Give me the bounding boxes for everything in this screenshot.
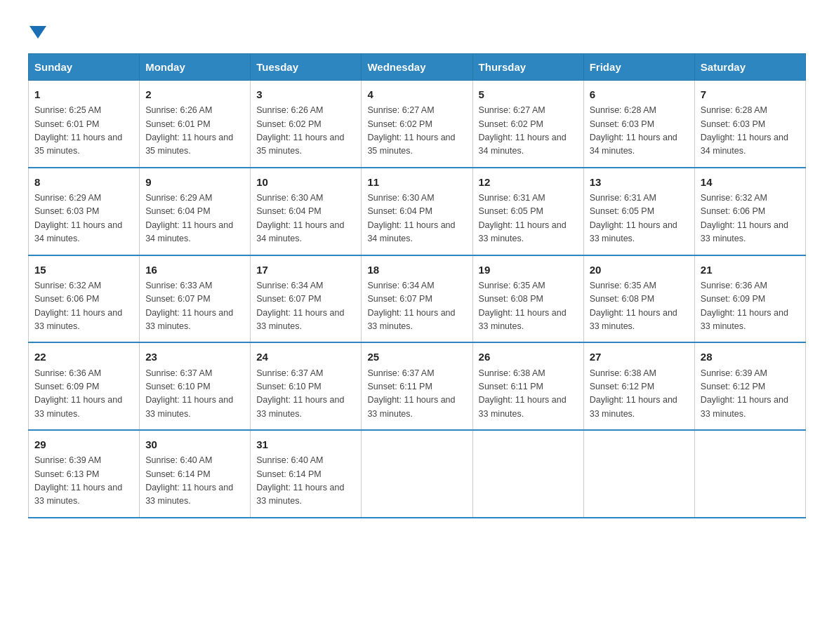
day-detail: Sunrise: 6:25 AMSunset: 6:01 PMDaylight:… [34, 105, 122, 156]
calendar-cell: 16Sunrise: 6:33 AMSunset: 6:07 PMDayligh… [140, 255, 251, 343]
day-number: 8 [34, 174, 133, 190]
day-detail: Sunrise: 6:28 AMSunset: 6:03 PMDaylight:… [701, 105, 788, 156]
calendar-cell: 30Sunrise: 6:40 AMSunset: 6:14 PMDayligh… [140, 430, 251, 518]
day-number: 12 [479, 174, 578, 190]
day-detail: Sunrise: 6:27 AMSunset: 6:02 PMDaylight:… [367, 105, 455, 156]
day-number: 21 [701, 262, 800, 278]
day-number: 3 [256, 86, 355, 102]
day-detail: Sunrise: 6:31 AMSunset: 6:05 PMDaylight:… [479, 193, 567, 243]
day-detail: Sunrise: 6:26 AMSunset: 6:02 PMDaylight:… [256, 105, 344, 156]
calendar-cell: 26Sunrise: 6:38 AMSunset: 6:11 PMDayligh… [472, 342, 583, 430]
day-detail: Sunrise: 6:36 AMSunset: 6:09 PMDaylight:… [34, 368, 122, 419]
day-detail: Sunrise: 6:38 AMSunset: 6:12 PMDaylight:… [590, 368, 677, 419]
calendar-week-row: 29Sunrise: 6:39 AMSunset: 6:13 PMDayligh… [29, 430, 806, 518]
day-detail: Sunrise: 6:39 AMSunset: 6:13 PMDaylight:… [34, 455, 122, 506]
header-friday: Friday [583, 54, 694, 81]
header-saturday: Saturday [694, 54, 805, 81]
day-number: 25 [367, 349, 466, 365]
page-header [28, 21, 806, 39]
calendar-cell [583, 430, 694, 518]
calendar-cell: 12Sunrise: 6:31 AMSunset: 6:05 PMDayligh… [472, 168, 583, 255]
calendar-cell: 19Sunrise: 6:35 AMSunset: 6:08 PMDayligh… [472, 255, 583, 343]
day-detail: Sunrise: 6:26 AMSunset: 6:01 PMDaylight:… [145, 105, 233, 156]
day-detail: Sunrise: 6:34 AMSunset: 6:07 PMDaylight:… [367, 281, 455, 331]
calendar-cell: 14Sunrise: 6:32 AMSunset: 6:06 PMDayligh… [694, 168, 805, 255]
calendar-cell: 25Sunrise: 6:37 AMSunset: 6:11 PMDayligh… [362, 342, 472, 430]
calendar-cell: 8Sunrise: 6:29 AMSunset: 6:03 PMDaylight… [29, 168, 140, 255]
calendar-cell: 15Sunrise: 6:32 AMSunset: 6:06 PMDayligh… [29, 255, 140, 343]
day-detail: Sunrise: 6:37 AMSunset: 6:10 PMDaylight:… [145, 368, 233, 419]
header-sunday: Sunday [29, 54, 140, 81]
calendar-table: SundayMondayTuesdayWednesdayThursdayFrid… [28, 53, 806, 518]
day-number: 28 [701, 349, 800, 365]
day-number: 16 [145, 262, 244, 278]
day-detail: Sunrise: 6:31 AMSunset: 6:05 PMDaylight:… [590, 193, 677, 243]
calendar-cell: 31Sunrise: 6:40 AMSunset: 6:14 PMDayligh… [251, 430, 362, 518]
day-number: 11 [367, 174, 466, 190]
day-detail: Sunrise: 6:32 AMSunset: 6:06 PMDaylight:… [34, 281, 122, 331]
day-detail: Sunrise: 6:39 AMSunset: 6:12 PMDaylight:… [701, 368, 788, 419]
day-number: 22 [34, 349, 133, 365]
calendar-week-row: 8Sunrise: 6:29 AMSunset: 6:03 PMDaylight… [29, 168, 806, 255]
logo-triangle-icon [29, 26, 46, 39]
calendar-cell: 18Sunrise: 6:34 AMSunset: 6:07 PMDayligh… [362, 255, 472, 343]
calendar-cell: 1Sunrise: 6:25 AMSunset: 6:01 PMDaylight… [29, 81, 140, 168]
day-detail: Sunrise: 6:32 AMSunset: 6:06 PMDaylight:… [701, 193, 788, 243]
day-detail: Sunrise: 6:40 AMSunset: 6:14 PMDaylight:… [145, 455, 233, 506]
calendar-cell: 17Sunrise: 6:34 AMSunset: 6:07 PMDayligh… [251, 255, 362, 343]
calendar-cell: 11Sunrise: 6:30 AMSunset: 6:04 PMDayligh… [362, 168, 472, 255]
day-number: 23 [145, 349, 244, 365]
day-number: 29 [34, 436, 133, 452]
day-detail: Sunrise: 6:29 AMSunset: 6:03 PMDaylight:… [34, 193, 122, 243]
calendar-cell: 9Sunrise: 6:29 AMSunset: 6:04 PMDaylight… [140, 168, 251, 255]
calendar-cell: 4Sunrise: 6:27 AMSunset: 6:02 PMDaylight… [362, 81, 472, 168]
day-number: 9 [145, 174, 244, 190]
day-number: 20 [590, 262, 689, 278]
day-number: 7 [701, 86, 800, 102]
day-number: 2 [145, 86, 244, 102]
calendar-cell: 3Sunrise: 6:26 AMSunset: 6:02 PMDaylight… [251, 81, 362, 168]
day-number: 13 [590, 174, 689, 190]
day-number: 19 [479, 262, 578, 278]
calendar-week-row: 22Sunrise: 6:36 AMSunset: 6:09 PMDayligh… [29, 342, 806, 430]
calendar-week-row: 1Sunrise: 6:25 AMSunset: 6:01 PMDaylight… [29, 81, 806, 168]
day-number: 4 [367, 86, 466, 102]
day-number: 31 [256, 436, 355, 452]
day-detail: Sunrise: 6:35 AMSunset: 6:08 PMDaylight:… [479, 281, 567, 331]
day-detail: Sunrise: 6:34 AMSunset: 6:07 PMDaylight:… [256, 281, 344, 331]
day-number: 30 [145, 436, 244, 452]
day-number: 17 [256, 262, 355, 278]
day-number: 15 [34, 262, 133, 278]
calendar-cell [472, 430, 583, 518]
day-detail: Sunrise: 6:27 AMSunset: 6:02 PMDaylight:… [479, 105, 567, 156]
calendar-cell: 22Sunrise: 6:36 AMSunset: 6:09 PMDayligh… [29, 342, 140, 430]
day-number: 14 [701, 174, 800, 190]
day-detail: Sunrise: 6:38 AMSunset: 6:11 PMDaylight:… [479, 368, 567, 419]
day-number: 6 [590, 86, 689, 102]
header-wednesday: Wednesday [362, 54, 472, 81]
calendar-cell [694, 430, 805, 518]
day-detail: Sunrise: 6:33 AMSunset: 6:07 PMDaylight:… [145, 281, 233, 331]
day-detail: Sunrise: 6:28 AMSunset: 6:03 PMDaylight:… [590, 105, 677, 156]
calendar-cell: 6Sunrise: 6:28 AMSunset: 6:03 PMDaylight… [583, 81, 694, 168]
day-number: 5 [479, 86, 578, 102]
calendar-cell: 20Sunrise: 6:35 AMSunset: 6:08 PMDayligh… [583, 255, 694, 343]
day-detail: Sunrise: 6:37 AMSunset: 6:11 PMDaylight:… [367, 368, 455, 419]
calendar-cell: 7Sunrise: 6:28 AMSunset: 6:03 PMDaylight… [694, 81, 805, 168]
day-number: 26 [479, 349, 578, 365]
day-detail: Sunrise: 6:40 AMSunset: 6:14 PMDaylight:… [256, 455, 344, 506]
header-thursday: Thursday [472, 54, 583, 81]
day-detail: Sunrise: 6:36 AMSunset: 6:09 PMDaylight:… [701, 281, 788, 331]
day-detail: Sunrise: 6:29 AMSunset: 6:04 PMDaylight:… [145, 193, 233, 243]
calendar-cell: 21Sunrise: 6:36 AMSunset: 6:09 PMDayligh… [694, 255, 805, 343]
calendar-cell: 2Sunrise: 6:26 AMSunset: 6:01 PMDaylight… [140, 81, 251, 168]
day-number: 1 [34, 86, 133, 102]
day-number: 27 [590, 349, 689, 365]
day-detail: Sunrise: 6:30 AMSunset: 6:04 PMDaylight:… [256, 193, 344, 243]
day-number: 18 [367, 262, 466, 278]
calendar-cell: 5Sunrise: 6:27 AMSunset: 6:02 PMDaylight… [472, 81, 583, 168]
calendar-cell: 28Sunrise: 6:39 AMSunset: 6:12 PMDayligh… [694, 342, 805, 430]
header-monday: Monday [140, 54, 251, 81]
calendar-cell: 10Sunrise: 6:30 AMSunset: 6:04 PMDayligh… [251, 168, 362, 255]
calendar-week-row: 15Sunrise: 6:32 AMSunset: 6:06 PMDayligh… [29, 255, 806, 343]
